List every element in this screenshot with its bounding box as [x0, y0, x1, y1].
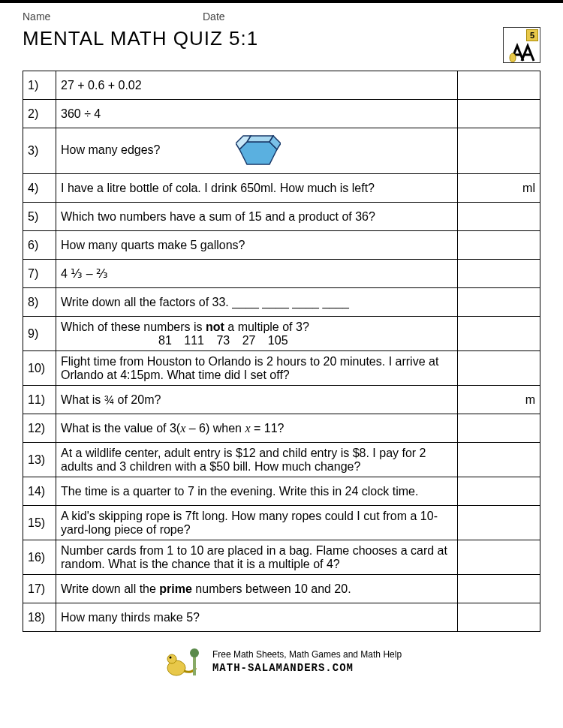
- answer-cell[interactable]: ml: [458, 174, 540, 203]
- question-number: 3): [23, 128, 56, 174]
- question-number: 16): [23, 540, 56, 575]
- answer-cell[interactable]: [458, 260, 540, 288]
- answer-cell[interactable]: [458, 317, 540, 351]
- question-text: A kid's skipping rope is 7ft long. How m…: [56, 506, 458, 540]
- question-number: 12): [23, 414, 56, 443]
- quiz-table: 1)27 + 0.6 + 0.022)360 ÷ 43)How many edg…: [23, 71, 540, 632]
- salamander-logo: 5: [503, 27, 540, 63]
- question-text: I have a litre bottle of cola. I drink 6…: [56, 174, 458, 203]
- question-text: 27 + 0.6 + 0.02: [56, 71, 458, 100]
- worksheet-page: Name Date MENTAL MATH QUIZ 5:1 5 1)27 + …: [0, 0, 563, 686]
- question-row: 14)The time is a quarter to 7 in the eve…: [23, 477, 540, 506]
- question-text: Write down all the factors of 33. ____ _…: [56, 288, 458, 317]
- answer-cell[interactable]: [458, 288, 540, 317]
- svg-point-7: [169, 657, 171, 659]
- question-row: 7)4 ⅓ – ⅔: [23, 260, 540, 288]
- question-row: 4)I have a litre bottle of cola. I drink…: [23, 174, 540, 203]
- answer-cell[interactable]: [458, 575, 540, 603]
- footer-tagline: Free Math Sheets, Math Games and Math He…: [212, 648, 402, 661]
- question-row: 8)Write down all the factors of 33. ____…: [23, 288, 540, 317]
- answer-cell[interactable]: [458, 443, 540, 477]
- question-row: 12)What is the value of 3(x – 6) when x …: [23, 414, 540, 443]
- question-number: 9): [23, 317, 56, 351]
- answer-cell[interactable]: [458, 128, 540, 174]
- question-text: At a wildlife center, adult entry is $12…: [56, 443, 458, 477]
- answer-cell[interactable]: [458, 203, 540, 231]
- question-number: 6): [23, 231, 56, 260]
- question-number: 1): [23, 71, 56, 100]
- question-number: 10): [23, 351, 56, 386]
- footer: Free Math Sheets, Math Games and Math He…: [23, 645, 540, 678]
- answer-cell[interactable]: [458, 351, 540, 386]
- svg-point-8: [190, 648, 199, 657]
- header-row: Name Date: [23, 11, 540, 23]
- question-number: 17): [23, 575, 56, 603]
- question-row: 6)How many quarts make 5 gallons?: [23, 231, 540, 260]
- question-number: 11): [23, 386, 56, 414]
- question-text: How many edges?: [56, 128, 458, 174]
- answer-cell[interactable]: [458, 71, 540, 100]
- question-text: Which two numbers have a sum of 15 and a…: [56, 203, 458, 231]
- question-row: 11)What is ¾ of 20m?m: [23, 386, 540, 414]
- hexagonal-prism-icon: [236, 131, 281, 170]
- footer-salamander-icon: [161, 645, 203, 678]
- answer-cell[interactable]: [458, 603, 540, 632]
- answer-cell[interactable]: [458, 540, 540, 575]
- question-row: 5)Which two numbers have a sum of 15 and…: [23, 203, 540, 231]
- svg-marker-1: [239, 142, 277, 164]
- question-row: 16)Number cards from 1 to 10 are placed …: [23, 540, 540, 575]
- question-text: How many thirds make 5?: [56, 603, 458, 632]
- question-row: 13)At a wildlife center, adult entry is …: [23, 443, 540, 477]
- question-text: 360 ÷ 4: [56, 100, 458, 128]
- question-text: What is the value of 3(x – 6) when x = 1…: [56, 414, 458, 443]
- date-label: Date: [203, 11, 540, 23]
- question-number: 5): [23, 203, 56, 231]
- question-number: 7): [23, 260, 56, 288]
- logo-icon: [507, 40, 537, 62]
- question-row: 18)How many thirds make 5?: [23, 603, 540, 632]
- question-row: 15)A kid's skipping rope is 7ft long. Ho…: [23, 506, 540, 540]
- question-number: 18): [23, 603, 56, 632]
- answer-cell[interactable]: [458, 506, 540, 540]
- title-row: MENTAL MATH QUIZ 5:1 5: [23, 27, 540, 63]
- question-row: 2)360 ÷ 4: [23, 100, 540, 128]
- svg-point-0: [510, 53, 516, 62]
- answer-cell[interactable]: m: [458, 386, 540, 414]
- question-number: 8): [23, 288, 56, 317]
- question-row: 10)Flight time from Houston to Orlando i…: [23, 351, 540, 386]
- question-row: 1)27 + 0.6 + 0.02: [23, 71, 540, 100]
- footer-text: Free Math Sheets, Math Games and Math He…: [212, 648, 402, 675]
- answer-cell[interactable]: [458, 414, 540, 443]
- question-row: 9)Which of these numbers is not a multip…: [23, 317, 540, 351]
- question-number: 14): [23, 477, 56, 506]
- question-text: Which of these numbers is not a multiple…: [56, 317, 458, 351]
- question-text: 4 ⅓ – ⅔: [56, 260, 458, 288]
- question-text: Write down all the prime numbers between…: [56, 575, 458, 603]
- question-text: The time is a quarter to 7 in the evenin…: [56, 477, 458, 506]
- question-number: 2): [23, 100, 56, 128]
- question-row: 3)How many edges?: [23, 128, 540, 174]
- question-text: Flight time from Houston to Orlando is 2…: [56, 351, 458, 386]
- question-text: What is ¾ of 20m?: [56, 386, 458, 414]
- svg-point-6: [167, 654, 176, 663]
- svg-marker-2: [247, 136, 273, 142]
- question-number: 4): [23, 174, 56, 203]
- question-number: 13): [23, 443, 56, 477]
- name-label: Name: [23, 11, 203, 23]
- question-row: 17)Write down all the prime numbers betw…: [23, 575, 540, 603]
- question-text: How many quarts make 5 gallons?: [56, 231, 458, 260]
- answer-cell[interactable]: [458, 231, 540, 260]
- question-number: 15): [23, 506, 56, 540]
- grade-badge: 5: [526, 29, 538, 41]
- worksheet-title: MENTAL MATH QUIZ 5:1: [23, 27, 258, 50]
- question-text: Number cards from 1 to 10 are placed in …: [56, 540, 458, 575]
- answer-cell[interactable]: [458, 477, 540, 506]
- answer-cell[interactable]: [458, 100, 540, 128]
- footer-site: MATH-SALAMANDERS.COM: [212, 661, 402, 676]
